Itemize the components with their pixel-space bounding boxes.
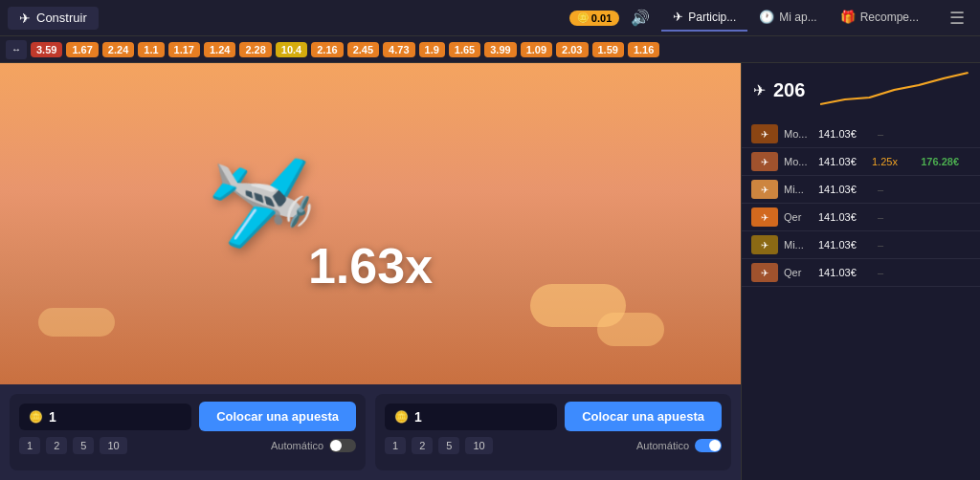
bet-amount-box-1: 🪙 1 (19, 404, 191, 430)
participants-icon: ✈ (673, 10, 683, 24)
multiplier-chip-13: 3.99 (484, 42, 516, 57)
player-win: 176.28€ (911, 156, 959, 167)
player-bet: 141.03€ (818, 156, 866, 167)
place-bet-button-2[interactable]: Colocar una apuesta (565, 402, 722, 431)
stats-count: 206 (773, 79, 805, 101)
stats-header: ✈ 206 (742, 63, 980, 117)
betting-area: 🪙 1 Colocar una apuesta 1 2 5 10 Automát… (0, 384, 741, 480)
quick-bet-2-1[interactable]: 1 (385, 437, 406, 454)
player-avatar: ✈ (751, 180, 778, 199)
bet-coin-icon-1: 🪙 (29, 410, 43, 424)
player-win: – (878, 239, 883, 251)
player-name: Mi... (784, 184, 813, 195)
player-avatar: ✈ (751, 124, 778, 143)
bet-panel-2: 🪙 1 Colocar una apuesta 1 2 5 10 Automát… (375, 394, 731, 470)
tab-rewards[interactable]: 🎁 Recompe... (829, 4, 930, 32)
right-panel: ✈ 206 ✈ Mo... 141.03€ (741, 63, 980, 480)
multiplier-chip-7: 10.4 (276, 42, 307, 57)
stats-plane-icon: ✈ (753, 81, 766, 99)
multiplier-chip-1: 1.67 (66, 42, 98, 57)
multiplier-chip-4: 1.17 (168, 42, 200, 57)
multiplier-chip-17: 1.16 (628, 42, 659, 57)
quick-bet-1-1[interactable]: 1 (19, 437, 40, 454)
plane-icon: ✈ (19, 11, 31, 26)
main-layout: 🛩️ 1.63x 🪙 1 Colocar una apuesta 1 2 5 (0, 63, 980, 480)
mini-graph (820, 71, 969, 109)
sound-button[interactable]: 🔊 (631, 9, 650, 27)
construct-label: Construir (36, 11, 87, 25)
game-area: 🛩️ 1.63x 🪙 1 Colocar una apuesta 1 2 5 (0, 63, 741, 480)
balance-badge: 🪙 0.01 (569, 11, 619, 26)
player-bet: 141.03€ (818, 267, 866, 278)
player-row: ✈ Mo... 141.03€ – (742, 120, 980, 148)
auto-label-2: Automático (636, 440, 689, 451)
player-bet: 141.03€ (818, 211, 866, 223)
bet-amount-box-2: 🪙 1 (385, 404, 557, 430)
multiplier-chip-0: 3.59 (31, 42, 62, 57)
multiplier-chip-16: 1.59 (592, 42, 624, 57)
multiplier-chip-14: 1.09 (521, 42, 552, 57)
gift-icon: 🎁 (840, 10, 856, 24)
bet-amount-1: 1 (49, 409, 56, 425)
game-canvas: 🛩️ 1.63x (0, 63, 741, 384)
multiplier-chip-3: 1.1 (138, 42, 164, 57)
bet-bottom-row-1: 1 2 5 10 Automático (19, 437, 356, 454)
multiplier-chip-8: 2.16 (311, 42, 343, 57)
top-nav: ✈ Construir 🪙 0.01 🔊 ✈ Particip... 🕐 Mi … (0, 0, 980, 36)
quick-bet-2-4[interactable]: 10 (465, 437, 492, 454)
tab-participants-label: Particip... (688, 11, 736, 24)
player-name: Qer (784, 211, 813, 223)
balance-value: 0.01 (591, 12, 612, 24)
coin-icon: 🪙 (577, 12, 589, 23)
bet-bottom-row-2: 1 2 5 10 Automático (385, 437, 722, 454)
multiplier-chip-10: 4.73 (383, 42, 414, 57)
auto-toggle-2[interactable] (695, 439, 722, 452)
cloud-2 (597, 313, 664, 346)
tab-participants[interactable]: ✈ Particip... (661, 4, 747, 32)
player-win: – (878, 184, 883, 195)
place-bet-button-1[interactable]: Colocar una apuesta (199, 402, 356, 431)
player-row: ✈ Mo... 141.03€ 1.25x 176.28€ (742, 148, 980, 176)
player-name: Mo... (784, 156, 813, 167)
player-win: – (878, 267, 883, 278)
player-avatar: ✈ (751, 235, 778, 254)
bet-top-row-1: 🪙 1 Colocar una apuesta (19, 402, 356, 431)
player-avatar: ✈ (751, 207, 778, 227)
multiplier-chip-12: 1.65 (449, 42, 480, 57)
tab-my-bets[interactable]: 🕐 Mi ap... (747, 4, 828, 32)
construct-button[interactable]: ✈ Construir (8, 7, 99, 30)
multiplier-chip-6: 2.28 (239, 42, 271, 57)
multiplier-chip-2: 2.24 (102, 42, 134, 57)
scroll-left-button[interactable]: ↔ (6, 40, 27, 59)
player-name: Mo... (784, 128, 813, 140)
menu-button[interactable]: ☰ (942, 8, 972, 29)
auto-toggle-1[interactable] (329, 439, 356, 452)
player-avatar: ✈ (751, 152, 778, 171)
right-nav-tabs: ✈ Particip... 🕐 Mi ap... 🎁 Recompe... (661, 4, 930, 32)
bet-amount-2: 1 (414, 409, 422, 425)
player-avatar: ✈ (751, 263, 778, 282)
bet-coin-icon-2: 🪙 (394, 410, 409, 424)
player-row: ✈ Mi... 141.03€ – (742, 231, 980, 259)
multiplier-chip-9: 2.45 (347, 42, 379, 57)
quick-bet-1-3[interactable]: 5 (73, 437, 94, 454)
multiplier-chip-5: 1.24 (204, 42, 235, 57)
multiplier-display: 1.63x (308, 237, 433, 295)
tab-my-bets-label: Mi ap... (779, 11, 816, 24)
players-list: ✈ Mo... 141.03€ – ✈ Mo... 141.03€ 1.25x … (742, 117, 980, 480)
player-name: Qer (784, 267, 813, 278)
player-bet: 141.03€ (818, 128, 866, 140)
quick-bet-1-2[interactable]: 2 (46, 437, 67, 454)
cloud-3 (38, 308, 115, 337)
player-bet: 141.03€ (818, 184, 866, 195)
tab-rewards-label: Recompe... (860, 11, 919, 24)
quick-bet-2-3[interactable]: 5 (438, 437, 459, 454)
multiplier-chip-15: 2.03 (556, 42, 588, 57)
game-plane: 🛩️ (203, 148, 319, 257)
bet-top-row-2: 🪙 1 Colocar una apuesta (385, 402, 722, 431)
player-name: Mi... (784, 239, 813, 251)
quick-bet-2-2[interactable]: 2 (412, 437, 433, 454)
quick-bet-1-4[interactable]: 10 (100, 437, 126, 454)
player-win: – (878, 128, 883, 140)
multiplier-chip-11: 1.9 (419, 42, 445, 57)
